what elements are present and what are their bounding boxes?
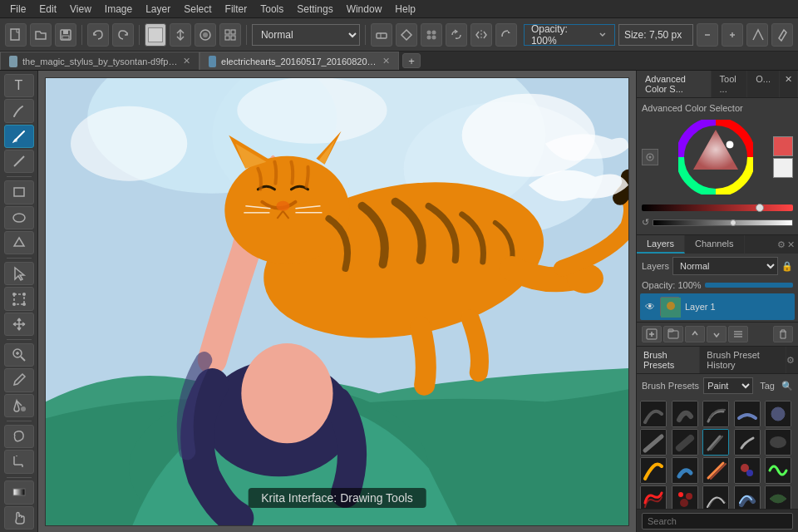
brush-preset-button[interactable]	[195, 23, 216, 47]
brush-search-icon[interactable]: 🔍	[781, 381, 793, 392]
canvas-area[interactable]: Krita Interface: Drawing Tools	[38, 71, 636, 532]
brush-item-17[interactable]	[672, 485, 698, 509]
layers-add-btn[interactable]	[642, 326, 662, 342]
brush-item-18[interactable]	[702, 485, 729, 509]
tool-hand[interactable]	[4, 506, 34, 530]
brush-item-12[interactable]	[672, 457, 698, 484]
menu-filter[interactable]: Filter	[219, 2, 254, 17]
tool-select[interactable]	[4, 262, 34, 285]
tool-line[interactable]	[4, 150, 34, 173]
brush-item-20[interactable]	[765, 485, 791, 509]
brush-item-13[interactable]	[702, 457, 729, 484]
layers-delete-btn[interactable]	[773, 326, 793, 342]
layers-tab-channels[interactable]: Channels	[685, 235, 744, 254]
layers-opacity-slider[interactable]	[705, 283, 793, 288]
brush-item-1[interactable]	[640, 401, 667, 427]
bg-color-box[interactable]	[773, 158, 793, 178]
swap-colors-button[interactable]	[170, 23, 191, 47]
tool-freehand[interactable]	[4, 99, 34, 122]
tool-gradient[interactable]	[4, 480, 34, 504]
tool-polygon[interactable]	[4, 231, 34, 254]
menu-layer[interactable]: Layer	[139, 2, 177, 17]
menu-view[interactable]: View	[63, 2, 98, 17]
brush-presets-tab[interactable]: Brush Presets	[637, 347, 700, 373]
fill-button[interactable]	[396, 23, 417, 47]
tab-close-2[interactable]: ✕	[382, 56, 390, 66]
menu-image[interactable]: Image	[98, 2, 139, 17]
menu-help[interactable]: Help	[388, 2, 422, 17]
refresh-button[interactable]	[446, 23, 467, 47]
layers-menu-btn[interactable]	[728, 326, 748, 342]
tool-rect[interactable]	[4, 180, 34, 204]
brush-item-8[interactable]	[702, 429, 729, 456]
layer-item-1[interactable]: 👁 Layer 1	[640, 293, 795, 320]
brush-item-7[interactable]	[672, 429, 698, 456]
save-button[interactable]	[55, 23, 76, 47]
menu-file[interactable]: File	[3, 2, 32, 17]
brush-search-input[interactable]	[642, 513, 793, 530]
open-button[interactable]	[30, 23, 52, 47]
panel-tab-other[interactable]: O...	[747, 71, 780, 97]
tab-close-1[interactable]: ✕	[183, 56, 190, 66]
panel-tab-color[interactable]: Advanced Color S...	[637, 71, 712, 97]
rotate-button[interactable]	[495, 23, 517, 47]
brush-item-11[interactable]	[640, 457, 667, 484]
brush-item-9[interactable]	[734, 429, 761, 456]
layers-blend-mode[interactable]: Normal	[672, 257, 778, 275]
panel-tab-tool[interactable]: Tool ...	[712, 71, 748, 97]
layer-eye-icon[interactable]: 👁	[645, 301, 655, 313]
brush-item-10[interactable]	[765, 429, 791, 456]
erase-toggle[interactable]	[371, 23, 392, 47]
layers-down-btn[interactable]	[707, 326, 727, 342]
layers-settings-btn[interactable]: ⚙	[777, 239, 786, 250]
brush-category-select[interactable]: Paint	[703, 377, 753, 394]
tool-zoom[interactable]	[4, 343, 34, 367]
color-fg[interactable]	[145, 23, 166, 47]
redo-button[interactable]	[112, 23, 134, 47]
blend-mode-select[interactable]: Normal	[252, 24, 360, 46]
color-reset-icon[interactable]: ↺	[642, 217, 649, 228]
tool-transform[interactable]	[4, 287, 34, 310]
layers-up-btn[interactable]	[685, 326, 705, 342]
brush-item-19[interactable]	[734, 485, 761, 509]
tool-colorpicker[interactable]	[4, 368, 34, 392]
opacity-display[interactable]: Opacity: 100%	[524, 24, 615, 46]
new-button[interactable]	[5, 23, 27, 47]
grid-button[interactable]	[219, 23, 241, 47]
menu-select[interactable]: Select	[177, 2, 218, 17]
size-increase[interactable]	[722, 23, 743, 47]
brush-item-15[interactable]	[765, 457, 791, 484]
mirror-button[interactable]	[470, 23, 492, 47]
new-tab-button[interactable]: +	[402, 53, 421, 68]
size-decrease[interactable]	[697, 23, 718, 47]
tab-electrichearts[interactable]: electrichearts_20160517_20160820_kiki_02…	[200, 52, 399, 70]
tool-fill[interactable]	[4, 394, 34, 417]
pattern-toggle[interactable]	[421, 23, 442, 47]
brush-presets-settings[interactable]: ⚙	[786, 355, 795, 366]
tool-lasso[interactable]	[4, 425, 34, 448]
brush-size-input[interactable]	[618, 24, 693, 46]
layers-close-btn[interactable]: ✕	[787, 239, 795, 250]
panel-close-btn[interactable]: ✕	[780, 71, 798, 97]
tool-crop[interactable]	[4, 450, 34, 473]
tool-text[interactable]: T	[4, 74, 34, 97]
brush-item-6[interactable]	[640, 429, 667, 456]
value-slider[interactable]	[653, 219, 793, 226]
brush-item-2[interactable]	[672, 401, 698, 427]
tab-magic-stylus[interactable]: the_magic_stylus_by_tysontan-d9fp872.png…	[0, 52, 200, 70]
brush-item-16[interactable]	[640, 485, 667, 509]
fg-color-box[interactable]	[773, 136, 793, 156]
tool-move[interactable]	[4, 313, 34, 336]
tool-brush[interactable]	[4, 125, 34, 148]
layers-tab-layers[interactable]: Layers	[637, 235, 685, 254]
menu-window[interactable]: Window	[340, 2, 389, 17]
pressure-button[interactable]	[746, 23, 768, 47]
pen-settings[interactable]	[771, 23, 793, 47]
brush-item-4[interactable]	[734, 401, 761, 427]
brush-item-5[interactable]	[765, 401, 791, 427]
undo-button[interactable]	[87, 23, 109, 47]
brush-tag-label[interactable]: Tag	[756, 381, 778, 391]
brush-item-3[interactable]	[702, 401, 729, 427]
menu-edit[interactable]: Edit	[32, 2, 63, 17]
brush-item-14[interactable]	[734, 457, 761, 484]
